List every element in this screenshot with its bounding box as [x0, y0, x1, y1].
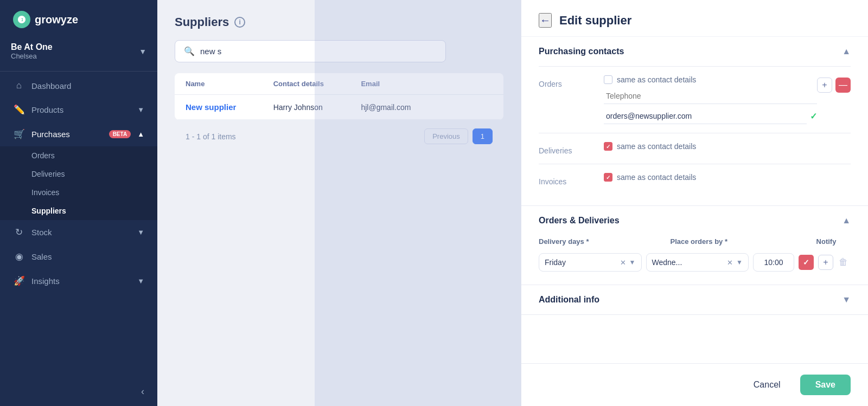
invoices-fields: same as contact details	[604, 173, 851, 182]
pagination: 1 - 1 of 1 items Previous 1	[175, 120, 503, 153]
purchasing-contacts-header[interactable]: Purchasing contacts ▲	[521, 37, 868, 66]
additional-info-section: Additional info ▼	[521, 285, 868, 315]
edit-footer: Cancel Save	[521, 363, 868, 406]
org-sub: Chelsea	[11, 52, 53, 60]
org-chevron-icon: ▼	[139, 47, 146, 56]
search-icon: 🔍	[184, 46, 195, 56]
section-collapse-icon: ▲	[842, 216, 851, 225]
remove-contact-button[interactable]: —	[835, 78, 851, 93]
col-contact: Contact details	[273, 80, 361, 88]
delivery-day-dropdown[interactable]: Friday ✕ ▼	[539, 253, 642, 272]
invoices-same-as-label: same as contact details	[617, 173, 696, 182]
orders-same-as-label: same as contact details	[617, 75, 696, 84]
products-icon: ✏️	[13, 104, 25, 115]
org-info: Be At One Chelsea	[11, 42, 53, 60]
deliveries-same-as-label: same as contact details	[617, 142, 696, 151]
col-email: Email	[361, 80, 449, 88]
products-chevron-icon: ▼	[137, 106, 144, 114]
od-actions: + 🗑	[818, 255, 851, 270]
remove-od-row-button[interactable]: 🗑	[835, 255, 851, 270]
od-subheader: Delivery days * Place orders by * Notify	[539, 237, 851, 246]
suppliers-panel: Suppliers i 🔍 Name Contact details Email…	[157, 0, 521, 406]
insights-chevron-icon: ▼	[137, 277, 144, 285]
od-row: Friday ✕ ▼ Wedne... ✕ ▼ + 🗑	[539, 253, 851, 272]
sidebar-item-insights[interactable]: 🚀 Insights ▼	[0, 269, 157, 293]
orders-label: Orders	[539, 75, 604, 88]
beta-badge: Beta	[109, 130, 131, 138]
subnav-item-orders[interactable]: Orders	[0, 146, 157, 165]
additional-info-header[interactable]: Additional info ▼	[521, 285, 868, 314]
collapse-sidebar-btn[interactable]: ‹	[141, 386, 144, 397]
orders-deliveries-body: Delivery days * Place orders by * Notify…	[521, 237, 868, 285]
orders-same-as-checkbox[interactable]	[604, 75, 612, 84]
add-od-row-button[interactable]: +	[818, 255, 833, 270]
delivery-days-col-label: Delivery days *	[539, 237, 666, 246]
delivery-day-value: Friday	[545, 258, 617, 267]
back-button[interactable]: ←	[539, 13, 552, 28]
orders-fields: same as contact details ✓	[604, 75, 817, 124]
sidebar-item-label: Products	[31, 105, 131, 114]
sidebar: growyze Be At One Chelsea ▼ ⌂ Dashboard …	[0, 0, 157, 406]
contact-name: Harry Johnson	[273, 103, 361, 112]
sidebar-item-stock[interactable]: ↻ Stock ▼	[0, 220, 157, 244]
section-expand-icon: ▼	[842, 295, 851, 305]
save-button[interactable]: Save	[800, 375, 851, 395]
org-selector[interactable]: Be At One Chelsea ▼	[0, 37, 157, 69]
sidebar-item-dashboard[interactable]: ⌂ Dashboard	[0, 74, 157, 98]
edit-header: ← Edit supplier	[521, 0, 868, 37]
orders-same-as-checkbox-row[interactable]: same as contact details	[604, 75, 817, 84]
supplier-name: New supplier	[186, 102, 273, 112]
place-orders-by-clear-icon[interactable]: ✕	[727, 259, 733, 267]
stock-chevron-icon: ▼	[137, 228, 144, 236]
subnav-item-invoices[interactable]: Invoices	[0, 183, 157, 202]
search-bar: 🔍	[175, 40, 446, 62]
section-collapse-icon: ▲	[842, 47, 851, 56]
logo-text: growyze	[35, 14, 78, 26]
email-cell: hjl@gmail.com	[361, 103, 449, 112]
purchasing-contacts-body: Orders same as contact details ✓ + —	[521, 66, 868, 205]
sidebar-divider	[0, 71, 157, 72]
orders-email-row: ✓	[604, 108, 817, 124]
next-button[interactable]: 1	[473, 128, 493, 144]
invoices-contact-row: Invoices same as contact details	[539, 164, 851, 195]
orders-email-input[interactable]	[604, 108, 807, 124]
place-orders-by-dropdown[interactable]: Wedne... ✕ ▼	[646, 253, 749, 272]
invoices-label: Invoices	[539, 173, 604, 186]
invoices-same-as-checkbox-row[interactable]: same as contact details	[604, 173, 851, 182]
sidebar-item-products[interactable]: ✏️ Products ▼	[0, 98, 157, 122]
search-input[interactable]	[200, 47, 437, 56]
sidebar-item-sales[interactable]: ◉ Sales	[0, 244, 157, 269]
table-row[interactable]: New supplier Harry Johnson hjl@gmail.com	[175, 95, 503, 120]
notify-col-label: Notify	[802, 237, 851, 246]
sidebar-item-purchases[interactable]: 🛒 Purchases Beta ▲	[0, 122, 157, 146]
panel-title: Suppliers	[175, 15, 229, 29]
deliveries-same-as-checkbox-row[interactable]: same as contact details	[604, 142, 851, 151]
place-orders-by-chevron-icon: ▼	[736, 259, 743, 266]
add-contact-button[interactable]: +	[817, 78, 832, 93]
orders-telephone-input[interactable]	[604, 88, 817, 104]
purchasing-contacts-section: Purchasing contacts ▲ Orders same as con…	[521, 37, 868, 206]
delivery-day-clear-icon[interactable]: ✕	[620, 259, 626, 267]
deliveries-label: Deliveries	[539, 142, 604, 155]
subnav-item-deliveries[interactable]: Deliveries	[0, 165, 157, 183]
dashboard-icon: ⌂	[13, 80, 25, 91]
deliveries-same-as-checkbox[interactable]	[604, 142, 612, 151]
logo: growyze	[0, 0, 157, 37]
subnav-item-suppliers[interactable]: Suppliers	[0, 202, 157, 220]
deliveries-contact-row: Deliveries same as contact details	[539, 133, 851, 164]
orders-deliveries-header[interactable]: Orders & Deliveries ▲	[521, 206, 868, 235]
purchases-chevron-icon: ▲	[137, 130, 144, 138]
info-icon[interactable]: i	[234, 17, 245, 28]
sales-icon: ◉	[13, 251, 25, 262]
prev-button[interactable]: Previous	[424, 128, 468, 144]
cancel-button[interactable]: Cancel	[743, 375, 792, 395]
notify-checkbox[interactable]	[799, 255, 814, 270]
section-title: Purchasing contacts	[539, 47, 624, 56]
suppliers-table: Name Contact details Email New supplier …	[175, 73, 503, 120]
panel-header: Suppliers i	[175, 15, 503, 29]
edit-panel: ← Edit supplier Purchasing contacts ▲ Or…	[521, 0, 868, 406]
invoices-same-as-checkbox[interactable]	[604, 173, 612, 182]
place-orders-by-value: Wedne...	[652, 258, 724, 267]
time-input[interactable]	[753, 253, 794, 272]
stock-icon: ↻	[13, 227, 25, 238]
